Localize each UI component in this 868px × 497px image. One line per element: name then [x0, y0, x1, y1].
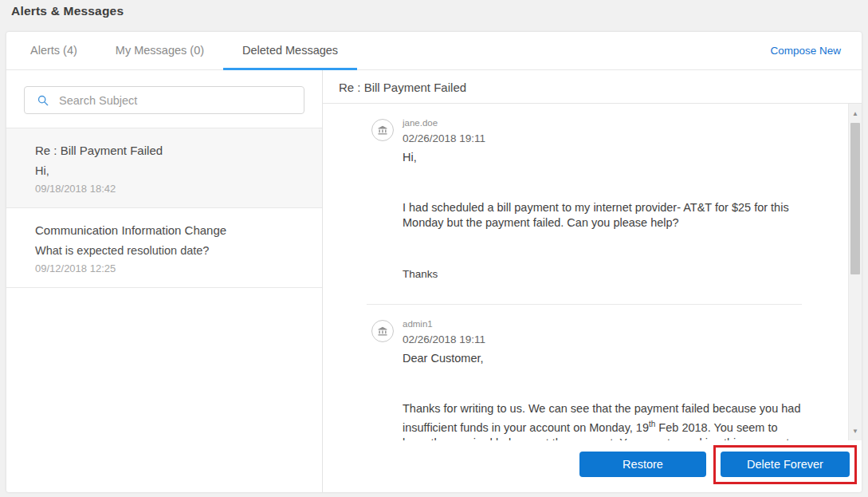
thread-scrollbar[interactable]: ▲ ▼: [848, 104, 862, 440]
thread-footer: Restore Delete Forever: [323, 440, 862, 492]
message-body-line: Thanks for writing to us. We can see tha…: [403, 401, 802, 416]
chevron-down-icon[interactable]: ▼: [849, 424, 862, 437]
page-title: Alerts & Messages: [11, 4, 124, 18]
list-item-subject: Re : Bill Payment Failed: [35, 143, 293, 158]
chevron-up-icon[interactable]: ▲: [849, 107, 862, 120]
message-timestamp: 02/26/2018 19:11: [403, 132, 802, 145]
compose-new-link[interactable]: Compose New: [749, 32, 862, 69]
thread-messages: jane.doe 02/26/2018 19:11 Hi, I had sche…: [323, 104, 848, 440]
restore-button[interactable]: Restore: [579, 452, 706, 477]
list-item[interactable]: Communication Information Change What is…: [6, 208, 322, 288]
tab-my-messages[interactable]: My Messages (0): [96, 32, 223, 70]
message-greeting: Hi,: [403, 150, 802, 164]
list-item-snippet: Hi,: [35, 164, 293, 178]
deleted-message-list: Re : Bill Payment Failed Hi, 09/18/2018 …: [6, 128, 322, 288]
scrollbar-thumb[interactable]: [850, 123, 860, 274]
message-list-panel: Re : Bill Payment Failed Hi, 09/18/2018 …: [6, 70, 323, 492]
thread-scroll-area: jane.doe 02/26/2018 19:11 Hi, I had sche…: [323, 104, 862, 440]
bank-icon: [371, 320, 394, 342]
search-box[interactable]: [24, 86, 304, 114]
alerts-messages-card: Alerts (4) My Messages (0) Deleted Messa…: [6, 32, 862, 492]
message-sender: jane.doe: [403, 118, 802, 128]
annotation-highlight: Delete Forever: [713, 445, 857, 484]
tab-bar: Alerts (4) My Messages (0) Deleted Messa…: [6, 32, 862, 70]
thread-message: jane.doe 02/26/2018 19:11 Hi, I had sche…: [323, 104, 848, 281]
thread-message: admin1 02/26/2018 19:11 Dear Customer, T…: [323, 305, 848, 440]
message-body-line: Monday but the payment failed. Can you p…: [403, 215, 802, 231]
message-body: Thanks for writing to us. We can see tha…: [403, 401, 802, 440]
list-item-timestamp: 09/12/2018 12:25: [35, 262, 293, 275]
search-wrap: [6, 70, 322, 128]
search-subject-input[interactable]: [59, 94, 304, 107]
message-body-line: I had scheduled a bill payment to my int…: [403, 200, 802, 215]
bank-icon: [371, 119, 394, 141]
list-item[interactable]: Re : Bill Payment Failed Hi, 09/18/2018 …: [6, 128, 322, 208]
message-closing: Thanks: [403, 267, 802, 281]
list-item-timestamp: 09/18/2018 18:42: [35, 183, 293, 195]
search-icon: [37, 94, 49, 107]
message-body-line: insufficient funds in your account on Mo…: [403, 416, 802, 436]
message-body: I had scheduled a bill payment to my int…: [403, 200, 802, 231]
list-item-subject: Communication Information Change: [35, 223, 293, 238]
message-timestamp: 02/26/2018 19:11: [403, 333, 802, 346]
tab-alerts[interactable]: Alerts (4): [11, 32, 96, 70]
list-item-snippet: What is expected resolution date?: [35, 243, 293, 258]
tab-deleted-messages[interactable]: Deleted Messages: [223, 32, 357, 70]
thread-panel: Re : Bill Payment Failed jane.doe 02/26/…: [323, 70, 862, 492]
message-greeting: Dear Customer,: [403, 351, 802, 365]
thread-subject: Re : Bill Payment Failed: [323, 70, 862, 104]
delete-forever-button[interactable]: Delete Forever: [721, 452, 850, 477]
message-sender: admin1: [403, 319, 802, 329]
